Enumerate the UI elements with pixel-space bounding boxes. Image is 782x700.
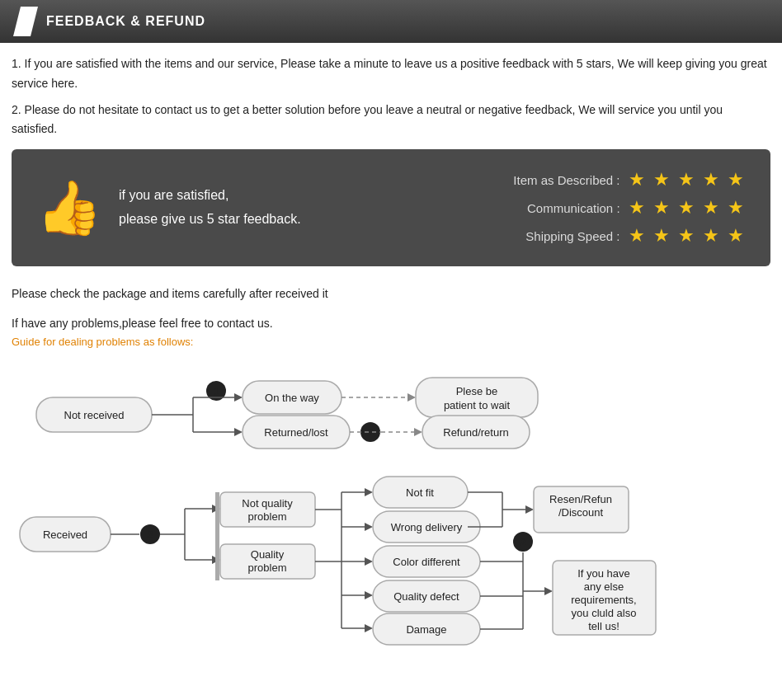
stars-section: Item as Described : ★ ★ ★ ★ ★ Communicat… (488, 169, 746, 247)
diagram-svg: Not received 1 On the way Plese be patie… (12, 364, 754, 645)
iy-text3: requirements, (571, 594, 636, 606)
paragraph2: 2. Please do not hesitate to contact us … (0, 101, 782, 140)
stars-shipping: ★ ★ ★ ★ ★ (629, 225, 746, 247)
feedback-banner: 👍 if you are satisfied, please give us 5… (12, 149, 770, 266)
arrow-5-head (234, 428, 243, 436)
damage-text: Damage (406, 623, 446, 636)
arrow-rr3-head (525, 505, 534, 514)
star-row-described: Item as Described : ★ ★ ★ ★ ★ (488, 169, 746, 190)
star-label-shipping: Shipping Speed : (488, 229, 620, 243)
dashed-2-head (414, 428, 422, 436)
stars-communication: ★ ★ ★ ★ ★ (629, 197, 746, 218)
dashed-1-head (407, 393, 416, 402)
arrow-wd-head (365, 523, 373, 531)
received-text: Received (43, 529, 87, 541)
feedback-text: if you are satisfied, please give us 5 s… (119, 184, 301, 232)
arrow-qd-head (365, 591, 373, 599)
feedback-line1: if you are satisfied, (119, 184, 301, 208)
quality-problem-text2: problem (248, 561, 287, 574)
check-note2: If have any problems,please feel free to… (0, 306, 782, 336)
not-received-text: Not received (64, 409, 125, 421)
flow-diagram: Not received 1 On the way Plese be patie… (0, 356, 782, 664)
please-be-patient-text1: Plese be (456, 385, 498, 397)
wrong-delivery-text: Wrong delivery (391, 521, 463, 533)
circle-3-label: 3 (147, 529, 153, 541)
check-note1: Please check the package and items caref… (0, 276, 782, 306)
page-title: FEEDBACK & REFUND (46, 14, 205, 29)
circle-1-label: 1 (213, 385, 219, 397)
star-row-shipping: Shipping Speed : ★ ★ ★ ★ ★ (488, 225, 746, 247)
quality-problem-text1: Quality (251, 548, 285, 561)
feedback-line2: please give us 5 star feedback. (119, 208, 301, 232)
feedback-left: 👍 if you are satisfied, please give us 5… (36, 181, 301, 234)
refund-return-text: Refund/return (443, 426, 509, 439)
stars-described: ★ ★ ★ ★ ★ (629, 169, 746, 190)
thumbs-up-icon: 👍 (36, 181, 102, 234)
iy-text5: tell us! (588, 620, 619, 632)
resen-text2: /Discount (558, 506, 604, 519)
bracket-left (215, 492, 219, 580)
not-quality-text1: Not quality (242, 497, 293, 510)
not-fit-text: Not fit (406, 486, 434, 499)
iy-text2: any else (584, 580, 624, 593)
diagonal-accent (13, 7, 38, 36)
paragraph1: 1. If you are satisfied with the items a… (0, 54, 782, 94)
circle-2-bot-label: 2 (520, 536, 525, 548)
guide-label: Guide for dealing problems as follows: (0, 336, 782, 356)
star-row-communication: Communication : ★ ★ ★ ★ ★ (488, 197, 746, 218)
arrow-nf-head (365, 488, 373, 496)
header-bar: FEEDBACK & REFUND (0, 0, 782, 43)
arrow-cd-head (365, 557, 373, 566)
arrow-dm-head (365, 624, 373, 632)
star-label-communication: Communication : (488, 201, 620, 215)
resen-text1: Resen/Refun (549, 493, 612, 505)
quality-defect-text: Quality defect (393, 590, 459, 603)
please-be-patient-text2: patient to wait (444, 399, 511, 411)
iy-text1: If you have (577, 567, 630, 580)
star-label-described: Item as Described : (488, 173, 620, 187)
arrow-iy4-head (544, 587, 553, 595)
on-the-way-text: On the way (265, 392, 319, 404)
iy-text4: you cluld also (572, 607, 637, 619)
arrow-4-head (234, 393, 243, 402)
color-different-text: Color different (393, 556, 460, 568)
not-quality-text2: problem (248, 510, 287, 523)
returned-lost-text: Returned/lost (264, 426, 328, 439)
